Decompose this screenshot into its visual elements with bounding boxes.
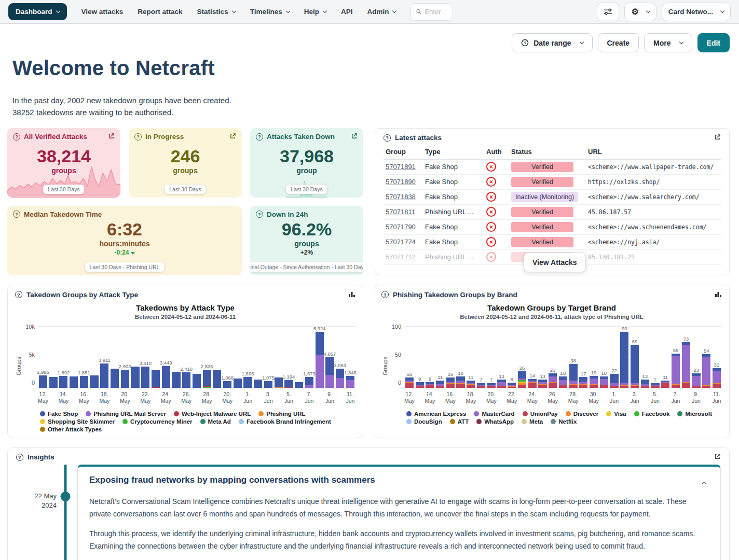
nav-right-controls: ⚙ Card Netwo...: [597, 3, 731, 21]
group-link[interactable]: 57071712: [386, 253, 416, 261]
external-link-icon[interactable]: [714, 134, 721, 142]
nav-item-dashboard[interactable]: Dashboard: [8, 3, 67, 20]
bar-value-label: 1,996: [37, 369, 49, 375]
brand-chart-panel: ? Phishing Takedown Groups by Brand Take…: [374, 285, 730, 438]
group-link[interactable]: 57071890: [386, 178, 416, 186]
legend-item: Phishing URL: [258, 411, 305, 417]
chart-title: Takedowns by Attack Type: [15, 303, 355, 312]
x-tick-label: [253, 391, 263, 407]
x-tick-label: [660, 391, 670, 407]
legend-item: Shopping Site Skimmer: [40, 418, 115, 425]
gridline: [38, 326, 355, 327]
date-range-button[interactable]: Date range: [512, 33, 592, 52]
nav-item-statistics[interactable]: Statistics: [197, 8, 236, 16]
collapse-button[interactable]: [695, 475, 709, 488]
group-link[interactable]: 57071838: [386, 193, 416, 201]
help-icon[interactable]: ?: [16, 454, 23, 461]
group-link[interactable]: 57071891: [386, 163, 416, 171]
help-icon[interactable]: ?: [256, 133, 263, 141]
bar-value-label: 8,924: [313, 326, 326, 331]
nav-item-view-attacks[interactable]: View attacks: [81, 8, 124, 16]
nav-item-admin[interactable]: Admin: [367, 8, 396, 16]
legend-dot: [258, 411, 264, 416]
card-unit: hours:minutes: [13, 240, 236, 248]
x-tick-label: 26. May: [548, 391, 558, 407]
y-axis-ticks: 10k 5k 0: [22, 326, 38, 388]
x-tick-label: 5. Jun: [284, 391, 294, 407]
nav-item-help[interactable]: Help: [304, 8, 326, 16]
x-tick-label: [110, 391, 120, 407]
legend-item: Facebook: [634, 411, 670, 417]
auth-denied-icon[interactable]: ×: [486, 177, 496, 187]
header-actions: Date range Create More Edit: [7, 29, 730, 53]
bar-value-label: 8: [511, 376, 513, 382]
panel-title: Takedown Groups by Attack Type: [26, 291, 138, 299]
x-tick-label: 30. May: [589, 391, 599, 407]
card-all-verified-attacks: ? All Verified Attacks 38,214 groups Las…: [7, 128, 120, 198]
chart-legend: American ExpressMasterCardUnionPayDiscov…: [406, 411, 722, 425]
legend-item: American Express: [406, 411, 466, 417]
group-link[interactable]: 57071790: [386, 223, 416, 231]
help-icon[interactable]: ?: [256, 211, 263, 218]
legend-dot: [474, 411, 479, 416]
nav-item-timelines[interactable]: Timelines: [250, 8, 290, 16]
edit-button[interactable]: Edit: [697, 33, 730, 52]
card-delta: +2%: [256, 249, 358, 256]
search-input[interactable]: [425, 8, 447, 16]
card-unit: groups: [13, 166, 115, 175]
bar-value-label: 54: [704, 348, 709, 354]
external-link-icon[interactable]: [108, 133, 115, 141]
auth-denied-icon[interactable]: ×: [486, 237, 496, 247]
nav-item-api[interactable]: API: [341, 8, 353, 16]
external-link-icon[interactable]: [229, 133, 236, 141]
bar-chart-icon[interactable]: [715, 290, 722, 299]
chevron-up-icon: [702, 481, 706, 485]
legend-item: Other Attack Types: [40, 426, 102, 432]
search-box[interactable]: [410, 3, 453, 21]
view-attacks-button[interactable]: View Attacks: [524, 253, 586, 272]
group-link[interactable]: 57071811: [386, 208, 415, 216]
filters-button[interactable]: [597, 3, 619, 21]
more-button[interactable]: More: [644, 33, 692, 52]
latest-attacks-panel: ? Latest attacks Group Type Auth Status …: [375, 128, 730, 275]
latest-attacks-tbody: 57071891Fake Shop×Verified<scheme>://www…: [384, 159, 721, 264]
gridline: [404, 357, 722, 357]
help-icon[interactable]: ?: [384, 134, 391, 142]
nav-item-label: Help: [304, 8, 319, 16]
legend-dot: [522, 419, 527, 424]
legend-dot: [122, 419, 128, 424]
x-tick-label: [435, 391, 445, 407]
legend-item: Fake Shop: [40, 411, 78, 417]
chart-legend: Fake ShopPhishing URL Mail ServerWeb-Inj…: [40, 411, 355, 432]
auth-denied-icon[interactable]: ×: [486, 252, 496, 262]
auth-denied-icon[interactable]: ×: [486, 207, 496, 217]
x-tick-label: [150, 391, 161, 407]
x-tick-label: 30. May: [222, 391, 232, 407]
bar-chart-icon[interactable]: [348, 290, 355, 299]
x-tick-label: 26. May: [181, 391, 191, 407]
x-tick-label: [130, 391, 141, 407]
bar-value-label: 1,851: [78, 370, 90, 375]
legend-item: Phishing URL Mail Server: [86, 411, 166, 417]
help-icon[interactable]: ?: [15, 291, 22, 298]
settings-button[interactable]: ⚙: [624, 3, 656, 21]
help-icon[interactable]: ?: [13, 133, 20, 141]
auth-denied-icon[interactable]: ×: [486, 162, 496, 172]
help-icon[interactable]: ?: [13, 211, 20, 218]
y-axis-ticks: 100 50 0: [389, 326, 404, 388]
auth-denied-icon[interactable]: ×: [486, 192, 496, 202]
help-icon[interactable]: ?: [381, 291, 389, 298]
bar-value-label: 18: [560, 370, 566, 376]
help-icon[interactable]: ?: [134, 133, 142, 141]
insight-paragraphs: Netcraft's Conversational Scam Intellige…: [89, 495, 709, 560]
legend-dot: [476, 419, 482, 424]
external-link-icon[interactable]: [714, 453, 721, 461]
auth-denied-icon[interactable]: ×: [486, 222, 496, 232]
external-link-icon[interactable]: [351, 133, 358, 141]
create-button[interactable]: Create: [598, 33, 639, 52]
group-link[interactable]: 57071774: [386, 238, 416, 246]
nav-item-report-attack[interactable]: Report attack: [138, 8, 182, 16]
card-network-dropdown[interactable]: Card Netwo...: [662, 3, 731, 21]
chevron-down-icon: [679, 40, 683, 44]
x-tick-label: 28. May: [202, 391, 212, 407]
